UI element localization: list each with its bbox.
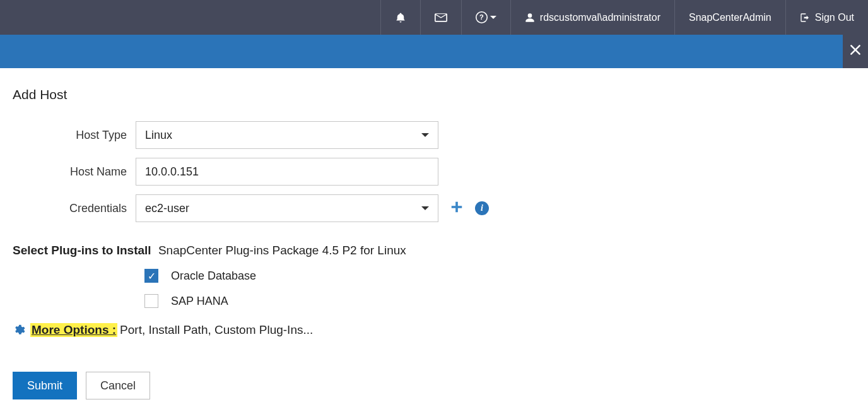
svg-text:?: ?: [479, 13, 484, 21]
user-menu[interactable]: rdscustomval\administrator: [510, 0, 674, 35]
check-icon: ✓: [148, 270, 156, 282]
info-icon[interactable]: i: [475, 201, 489, 215]
role-label-container[interactable]: SnapCenterAdmin: [674, 0, 785, 35]
button-row: Submit Cancel: [13, 372, 855, 399]
close-icon: [849, 44, 862, 56]
submit-button[interactable]: Submit: [13, 372, 77, 399]
plugins-header: Select Plug-ins to Install SnapCenter Pl…: [13, 244, 855, 257]
chevron-down-icon: [421, 133, 429, 137]
cancel-button[interactable]: Cancel: [86, 372, 150, 399]
role-label: SnapCenterAdmin: [689, 12, 771, 23]
messages-button[interactable]: [420, 0, 461, 35]
select-credentials[interactable]: ec2-user: [136, 194, 438, 222]
page-title: Add Host: [13, 87, 855, 102]
help-menu[interactable]: ?: [461, 0, 510, 35]
plugin-option-oracle[interactable]: ✓ Oracle Database: [136, 269, 855, 283]
plugin-option-saphana[interactable]: SAP HANA: [136, 294, 855, 308]
gear-icon: [13, 324, 25, 336]
credentials-extras: i: [450, 200, 489, 216]
username-label: rdscustomval\administrator: [540, 12, 660, 23]
plugins-section-label: Select Plug-ins to Install: [13, 244, 151, 257]
select-credentials-value: ec2-user: [145, 202, 189, 215]
mail-icon: [435, 13, 447, 22]
row-host-type: Host Type Linux: [13, 121, 855, 149]
row-credentials: Credentials ec2-user i: [13, 194, 855, 222]
bell-icon: [395, 12, 406, 23]
subbar: [0, 35, 868, 68]
label-credentials: Credentials: [13, 202, 136, 215]
plugins-section: Select Plug-ins to Install SnapCenter Pl…: [13, 244, 855, 308]
close-button[interactable]: [843, 32, 868, 68]
signout-button[interactable]: Sign Out: [785, 0, 868, 35]
checkbox-saphana[interactable]: [144, 294, 158, 308]
signout-icon: [800, 12, 810, 23]
topbar: ? rdscustomval\administrator SnapCenterA…: [0, 0, 868, 35]
content: Add Host Host Type Linux Host Name 10.0.…: [0, 68, 868, 399]
plugin-label-saphana: SAP HANA: [171, 295, 228, 308]
more-options-suffix: Port, Install Path, Custom Plug-Ins...: [120, 323, 313, 337]
plugin-label-oracle: Oracle Database: [171, 269, 256, 283]
input-host-name[interactable]: 10.0.0.151: [136, 158, 438, 186]
checkbox-oracle[interactable]: ✓: [144, 269, 158, 283]
plugins-package-text: SnapCenter Plug-ins Package 4.5 P2 for L…: [158, 244, 406, 257]
select-host-type[interactable]: Linux: [136, 121, 438, 149]
notifications-button[interactable]: [380, 0, 420, 35]
add-credential-button[interactable]: [450, 200, 464, 216]
more-options-link[interactable]: More Options :: [30, 323, 117, 337]
more-options-row: More Options : Port, Install Path, Custo…: [13, 323, 855, 337]
chevron-down-icon: [490, 16, 496, 19]
chevron-down-icon: [421, 206, 429, 210]
user-icon: [525, 12, 535, 23]
row-host-name: Host Name 10.0.0.151: [13, 158, 855, 186]
plus-icon: [450, 200, 464, 214]
label-host-type: Host Type: [13, 129, 136, 142]
select-host-type-value: Linux: [145, 129, 172, 142]
help-icon: ?: [476, 11, 488, 23]
signout-label: Sign Out: [815, 12, 854, 23]
input-host-name-value: 10.0.0.151: [145, 165, 199, 179]
label-host-name: Host Name: [13, 165, 136, 179]
